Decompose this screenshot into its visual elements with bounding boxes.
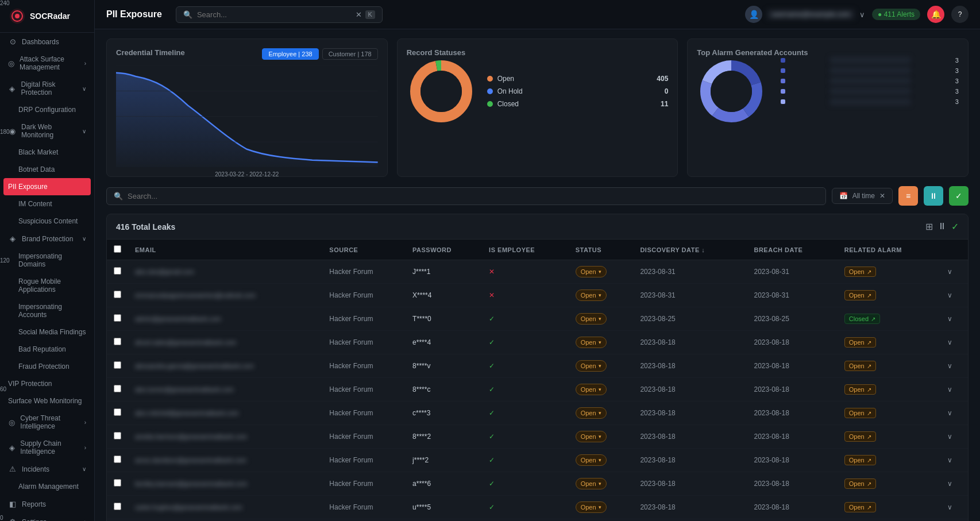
row-checkbox[interactable]: [114, 456, 121, 463]
row-expand[interactable]: ∨: [940, 472, 968, 496]
row-checkbox[interactable]: [114, 314, 121, 322]
row-expand[interactable]: ∨: [940, 402, 968, 425]
sidebar-item-brand-protection[interactable]: ◈ Brand Protection ∨: [0, 230, 94, 248]
expand-icon[interactable]: ∨: [947, 409, 952, 417]
row-checkbox[interactable]: [114, 361, 121, 369]
th-related-alarm[interactable]: Related Alarm: [838, 240, 940, 260]
external-link-icon[interactable]: ↗: [867, 339, 871, 346]
check-all-icon[interactable]: ✓: [951, 221, 959, 232]
sidebar-item-botnet-data[interactable]: Botnet Data: [0, 161, 94, 178]
dropdown-arrow[interactable]: ▾: [599, 269, 601, 275]
expand-icon[interactable]: ∨: [947, 480, 952, 488]
row-expand[interactable]: ∨: [940, 449, 968, 472]
dropdown-arrow[interactable]: ▾: [599, 504, 601, 510]
dropdown-arrow[interactable]: ▾: [599, 316, 601, 322]
sidebar-item-suspicious-content[interactable]: Suspicious Content: [0, 213, 94, 230]
row-checkbox[interactable]: [114, 338, 121, 345]
sidebar-item-settings[interactable]: ⚙ Settings ›: [0, 513, 94, 521]
external-link-icon[interactable]: ↗: [867, 363, 871, 369]
close-filter-icon[interactable]: ✕: [879, 192, 885, 200]
status-pill[interactable]: Open ▾: [576, 431, 607, 442]
sidebar-item-social-media[interactable]: Social Media Findings: [0, 323, 94, 341]
status-pill[interactable]: Open ▾: [576, 337, 607, 348]
expand-icon[interactable]: ∨: [947, 362, 952, 370]
row-checkbox[interactable]: [114, 503, 121, 510]
expand-icon[interactable]: ∨: [947, 456, 952, 464]
sidebar-item-reports[interactable]: ◧ Reports: [0, 495, 94, 513]
filter-icon[interactable]: ⊞: [925, 221, 933, 232]
external-link-icon[interactable]: ↗: [867, 387, 871, 393]
dropdown-arrow[interactable]: ▾: [599, 387, 601, 392]
expand-icon[interactable]: ∨: [947, 338, 952, 346]
status-pill[interactable]: Open ▾: [576, 501, 607, 513]
sidebar-item-dark-web[interactable]: ◉ Dark Web Monitoring ∨: [0, 118, 94, 144]
sidebar-item-supply-chain[interactable]: ◈ Supply Chain Intelligence ›: [0, 435, 94, 460]
alarm-open-badge[interactable]: Open ↗: [844, 361, 876, 371]
expand-icon[interactable]: ∨: [947, 268, 952, 276]
row-checkbox[interactable]: [114, 408, 121, 416]
row-checkbox[interactable]: [114, 267, 121, 275]
expand-icon[interactable]: ∨: [947, 291, 952, 299]
status-pill[interactable]: Open ▾: [576, 360, 607, 372]
th-discovery-date[interactable]: Discovery Date ↓: [633, 240, 747, 260]
alarm-open-badge[interactable]: Open ↗: [844, 290, 876, 300]
filter-btn-orange[interactable]: ≡: [898, 186, 918, 206]
help-avatar[interactable]: ?: [951, 6, 969, 23]
alarm-open-badge[interactable]: Open ↗: [844, 337, 876, 348]
dropdown-arrow[interactable]: ▾: [599, 339, 601, 345]
external-link-icon[interactable]: ↗: [867, 504, 871, 511]
external-link-icon[interactable]: ↗: [867, 481, 871, 487]
dropdown-arrow[interactable]: ▾: [599, 410, 601, 416]
close-icon[interactable]: ✕: [356, 10, 362, 19]
alarm-closed-badge[interactable]: Closed ↗: [844, 314, 880, 324]
sidebar-item-black-market[interactable]: Black Market: [0, 144, 94, 161]
dropdown-arrow[interactable]: ▾: [599, 457, 601, 463]
external-link-icon[interactable]: ↗: [871, 316, 875, 322]
topbar-search-box[interactable]: 🔍 ✕ K: [176, 6, 383, 23]
sidebar-item-impersonating-accounts[interactable]: Impersonating Accounts: [0, 298, 94, 323]
alarm-open-badge[interactable]: Open ↗: [844, 502, 876, 512]
status-pill[interactable]: Open ▾: [576, 407, 607, 419]
row-expand[interactable]: ∨: [940, 307, 968, 331]
sidebar-item-dashboards[interactable]: ⊙ Dashboards: [0, 33, 94, 51]
dropdown-arrow[interactable]: ▾: [599, 363, 601, 369]
row-expand[interactable]: ∨: [940, 378, 968, 402]
row-expand[interactable]: ∨: [940, 496, 968, 519]
sidebar-item-cyber-threat[interactable]: ◎ Cyber Threat Intelligence ›: [0, 410, 94, 435]
dropdown-arrow[interactable]: ▾: [599, 292, 601, 298]
row-expand[interactable]: ∨: [940, 260, 968, 284]
external-link-icon[interactable]: ↗: [867, 434, 871, 440]
th-password[interactable]: Password: [406, 240, 482, 260]
sidebar-item-fraud-protection[interactable]: Fraud Protection: [0, 358, 94, 375]
sidebar-item-digital-risk[interactable]: ◈ Digital Risk Protection ∨: [0, 76, 94, 101]
topbar-search-input[interactable]: [197, 10, 351, 19]
select-all-checkbox[interactable]: [114, 245, 121, 253]
th-email[interactable]: Email: [128, 240, 322, 260]
th-is-employee[interactable]: Is Employee: [482, 240, 569, 260]
status-pill[interactable]: Open ▾: [576, 313, 607, 325]
sidebar-item-im-content[interactable]: IM Content: [0, 195, 94, 213]
external-link-icon[interactable]: ↗: [867, 292, 871, 299]
row-expand[interactable]: ∨: [940, 284, 968, 307]
external-link-icon[interactable]: ↗: [867, 269, 871, 275]
pause-icon[interactable]: ⏸: [937, 221, 947, 232]
sidebar-item-impersonating-domains[interactable]: Impersonating Domains: [0, 248, 94, 273]
alert-status-badge[interactable]: ● 411 Alerts: [872, 9, 920, 20]
filter-search-box[interactable]: 🔍: [106, 187, 826, 205]
sidebar-item-bad-reputation[interactable]: Bad Reputation: [0, 341, 94, 358]
th-status[interactable]: Status: [569, 240, 634, 260]
alarm-open-badge[interactable]: Open ↗: [844, 267, 876, 277]
expand-icon[interactable]: ∨: [947, 503, 952, 511]
row-checkbox[interactable]: [114, 385, 121, 392]
chevron-down-icon5[interactable]: ∨: [859, 10, 865, 19]
row-expand[interactable]: ∨: [940, 425, 968, 449]
alarm-open-badge[interactable]: Open ↗: [844, 431, 876, 442]
sidebar-item-rogue-mobile[interactable]: Rogue Mobile Applications: [0, 273, 94, 298]
external-link-icon[interactable]: ↗: [867, 457, 871, 464]
row-checkbox[interactable]: [114, 432, 121, 439]
sidebar-item-incidents[interactable]: ⚠ Incidents ∨: [0, 460, 94, 478]
filter-btn-teal[interactable]: ⏸: [924, 186, 943, 206]
tab-employee[interactable]: Employee | 238: [262, 48, 318, 60]
alarm-open-badge[interactable]: Open ↗: [844, 455, 876, 465]
sidebar-item-pii-exposure[interactable]: PII Exposure: [3, 178, 91, 195]
